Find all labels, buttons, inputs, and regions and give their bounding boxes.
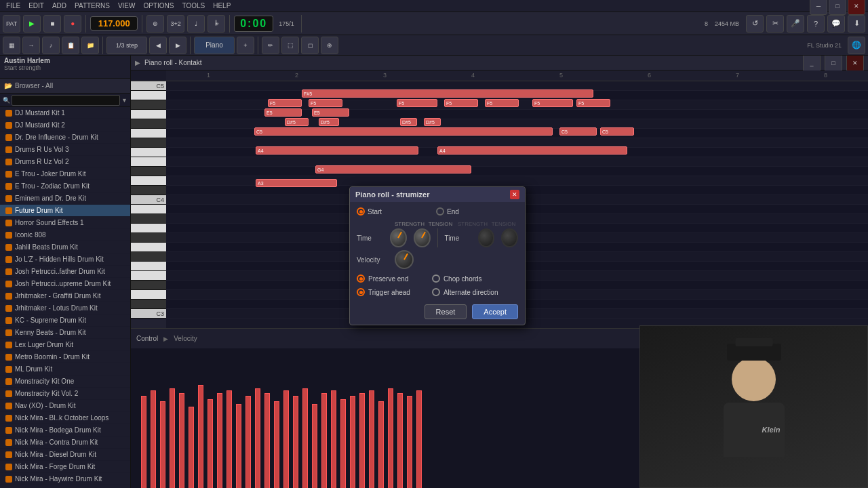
note-block-6[interactable]: F5 [532,99,573,107]
piano-key-C#3[interactable] [131,300,166,309]
alt-dir-checkbox[interactable]: Alternate direction [432,288,498,296]
velocity-bar-8[interactable] [217,393,222,488]
sidebar-item-27[interactable]: Nick Mira - Contra Drum Kit [0,436,130,449]
preserve-end-checkbox[interactable]: Preserve end [357,274,410,283]
scissors-btn[interactable]: ✂ [766,15,784,33]
velocity-bar-9[interactable] [226,390,232,488]
piano-roll-btn[interactable]: ♪ [42,37,60,54]
select-btn[interactable]: ⬚ [281,37,299,54]
velocity-bar-27[interactable] [397,393,403,488]
velocity-bar-20[interactable] [331,390,336,488]
velocity-bar-28[interactable] [407,396,412,488]
piano-key-G4[interactable] [131,129,166,138]
sidebar-item-20[interactable]: Metro Boomin - Drum Kit [0,351,130,363]
sidebar-item-10[interactable]: Iconic 808 [0,229,130,241]
sidebar-item-22[interactable]: Monstracity Kit One [0,375,130,388]
undo-btn[interactable]: ↺ [746,15,764,33]
close-btn[interactable]: ✕ [848,0,865,15]
note-block-11[interactable]: D#5 [319,118,339,126]
sidebar-item-14[interactable]: Josh Petrucci..upreme Drum Kit [0,278,130,290]
sidebar-item-16[interactable]: Jrhitmaker - Lotus Drum Kit [0,302,130,314]
velocity-bar-0[interactable] [141,396,146,488]
piano-key-C3[interactable]: C3 [131,309,166,319]
note-block-13[interactable]: D#5 [424,118,441,126]
velocity-bar-5[interactable] [189,407,194,488]
maximize-btn[interactable]: □ [829,0,846,15]
piano-key-A#3[interactable] [131,214,166,224]
velocity-bar-24[interactable] [369,390,374,488]
sidebar-item-21[interactable]: ML Drum Kit [0,363,130,375]
velocity-bar-3[interactable] [170,388,175,488]
sidebar-item-28[interactable]: Nick Mira - Diesel Drum Kit [0,449,130,461]
menu-options[interactable]: OPTIONS [140,1,177,10]
piano-key-C#4[interactable] [131,186,166,195]
eraser-btn[interactable]: ◻ [301,37,319,54]
note-block-18[interactable]: A4 [437,146,627,155]
velocity-bar-2[interactable] [160,401,165,488]
sidebar-item-7[interactable]: Eminem and Dr. Dre Kit [0,192,130,205]
help-btn[interactable]: ? [807,15,825,33]
minimize-btn[interactable]: ─ [810,0,827,15]
velocity-bar-1[interactable] [151,390,156,488]
sidebar-item-9[interactable]: Horror Sound Effects 1 [0,217,130,229]
note-block-10[interactable]: D#5 [285,118,309,126]
filter-icon[interactable]: ▼ [121,97,127,104]
note-block-4[interactable]: F5 [444,99,478,107]
globe-btn[interactable]: 🌐 [848,37,865,54]
sidebar-item-11[interactable]: Jahlil Beats Drum Kit [0,241,130,253]
chat-btn[interactable]: 💬 [827,15,845,33]
sidebar-item-23[interactable]: Monstracity Kit Vol. 2 [0,388,130,400]
velocity-bar-4[interactable] [179,393,184,488]
piano-key-F#3[interactable] [131,252,166,262]
sidebar-item-24[interactable]: Nav (XO) - Drum Kit [0,400,130,412]
piano-key-D#3[interactable] [131,281,166,290]
note-block-14[interactable]: C5 [254,127,553,136]
piano-roll-close[interactable]: ✕ [846,56,864,72]
sidebar-item-13[interactable]: Josh Petrucci..father Drum Kit [0,266,130,278]
pencil-btn[interactable]: ✏ [262,37,279,54]
piano-key-D#4[interactable] [131,167,166,176]
velocity-bar-18[interactable] [312,404,317,488]
dialog-close-btn[interactable]: ✕ [510,190,519,199]
piano-roll-max[interactable]: □ [825,56,842,72]
sidebar-item-31[interactable]: Nick Mira - Magma Drum Kit [0,485,130,488]
search-input[interactable] [12,95,120,106]
sidebar-item-26[interactable]: Nick Mira - Bodega Drum Kit [0,424,130,436]
reset-button[interactable]: Reset [425,304,467,319]
export-btn[interactable]: ⬇ [848,15,865,33]
velocity-bar-26[interactable] [388,388,393,488]
zoom-btn[interactable]: ⊕ [321,37,338,54]
piano-key-A#4[interactable] [131,100,166,110]
piano-key-G#3[interactable] [131,233,166,243]
mode-btn-1[interactable]: ⊕ [146,15,164,33]
velocity-bar-15[interactable] [283,390,289,488]
mode-btn-2[interactable]: 3+2 [167,15,184,33]
mode-btn-3[interactable]: ♩ [187,15,205,33]
piano-key-D3[interactable] [131,290,166,300]
piano-key-A3[interactable] [131,224,166,233]
note-block-15[interactable]: C5 [559,127,597,136]
sidebar-item-1[interactable]: DJ Mustard Kit 2 [0,119,130,131]
start-radio[interactable]: Start [357,207,382,216]
piano-key-B4[interactable] [131,91,166,100]
dialog-title-bar[interactable]: Piano roll - strumizer ✕ [350,187,525,202]
piano-key-C4[interactable]: C4 [131,195,166,205]
sidebar-item-0[interactable]: DJ Mustard Kit 1 [0,107,130,119]
note-block-8[interactable]: E5 [264,108,302,117]
velocity-bar-10[interactable] [236,404,241,488]
velocity-bar-12[interactable] [255,388,260,488]
pattern-btn[interactable]: PAT [3,15,20,33]
note-block-16[interactable]: C5 [600,127,634,136]
piano-key-G3[interactable] [131,243,166,252]
sidebar-item-2[interactable]: Dr. Dre Influence - Drum Kit [0,131,130,144]
piano-key-E4[interactable] [131,157,166,167]
mode-btn-4[interactable]: 𝄫 [208,15,225,33]
note-block-17[interactable]: A4 [256,146,418,155]
piano-key-B3[interactable] [131,205,166,214]
play-btn[interactable]: ▶ [23,15,41,33]
piano-key-F4[interactable] [131,148,166,157]
sidebar-item-30[interactable]: Nick Mira - Haywire Drum Kit [0,473,130,485]
note-block-7[interactable]: F5 [576,99,610,107]
playlist-btn[interactable]: 📋 [62,37,79,54]
piano-key-F#4[interactable] [131,138,166,148]
